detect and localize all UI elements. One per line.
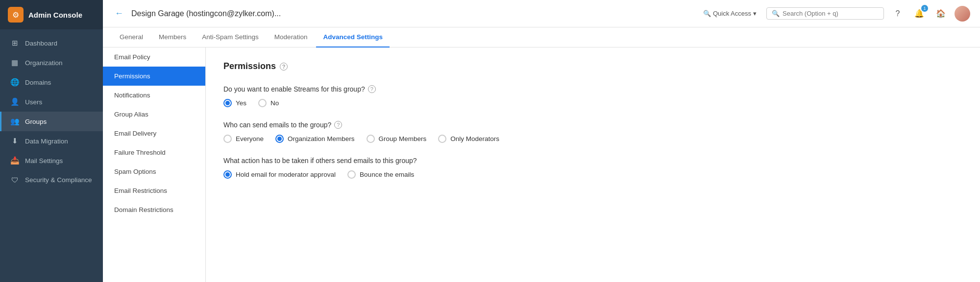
left-nav: Email Policy Permissions Notifications G… (103, 47, 206, 282)
streams-no-radio[interactable] (258, 99, 267, 107)
send-org-members-option[interactable]: Organization Members (275, 135, 355, 143)
sidebar-item-label: Data Migration (25, 138, 68, 145)
streams-radio-group: Yes No (223, 99, 962, 107)
action-radio-group: Hold email for moderator approval Bounce… (223, 170, 962, 179)
send-only-moderators-option[interactable]: Only Moderators (438, 135, 499, 143)
action-bounce-label: Bounce the emails (360, 171, 414, 178)
sidebar-item-dashboard[interactable]: ⊞ Dashboard (0, 33, 103, 53)
send-only-moderators-radio[interactable] (438, 135, 446, 143)
streams-yes-radio[interactable] (223, 99, 232, 107)
left-nav-notifications[interactable]: Notifications (103, 86, 205, 105)
sidebar-item-domains[interactable]: 🌐 Domains (0, 72, 103, 92)
send-org-members-radio[interactable] (275, 135, 284, 143)
left-nav-domain-restrictions[interactable]: Domain Restrictions (103, 200, 205, 219)
send-everyone-label: Everyone (236, 135, 264, 142)
page-title: Design Garage (hostingcon@zylker.com)... (131, 9, 693, 18)
streams-form-group: Do you want to enable Streams for this g… (223, 85, 962, 107)
notification-badge: 1 (921, 5, 928, 12)
streams-question: Do you want to enable Streams for this g… (223, 85, 962, 93)
topbar-right: 🔍 Quick Access ▾ 🔍 ? 🔔 1 🏠 (699, 6, 970, 22)
app-icon: ⚙ (8, 7, 24, 23)
send-emails-question: Who can send emails to the group? ? (223, 121, 962, 129)
streams-yes-option[interactable]: Yes (223, 99, 246, 107)
left-nav-spam-options[interactable]: Spam Options (103, 162, 205, 181)
sidebar-item-users[interactable]: 👤 Users (0, 92, 103, 112)
streams-no-label: No (270, 99, 279, 107)
users-icon: 👤 (10, 97, 19, 106)
send-emails-form-group: Who can send emails to the group? ? Ever… (223, 121, 962, 143)
panel-title: Permissions ? (223, 61, 962, 71)
action-hold-radio[interactable] (223, 170, 232, 179)
streams-help-icon[interactable]: ? (368, 85, 376, 93)
main-area: ← Design Garage (hostingcon@zylker.com).… (103, 0, 980, 282)
chevron-down-icon: ▾ (753, 10, 757, 17)
help-button[interactable]: ? (890, 6, 906, 22)
send-everyone-option[interactable]: Everyone (223, 135, 264, 143)
topbar: ← Design Garage (hostingcon@zylker.com).… (103, 0, 980, 27)
notification-button[interactable]: 🔔 1 (911, 6, 927, 22)
search-box[interactable]: 🔍 (766, 7, 884, 20)
tab-members[interactable]: Members (152, 27, 193, 47)
search-box-icon: 🔍 (772, 10, 780, 17)
action-question: What action has to be taken if others se… (223, 157, 962, 164)
user-avatar[interactable] (955, 6, 970, 22)
right-panel: Permissions ? Do you want to enable Stre… (206, 47, 980, 282)
sidebar-nav: ⊞ Dashboard ▦ Organization 🌐 Domains 👤 U… (0, 29, 103, 282)
send-org-members-label: Organization Members (288, 135, 355, 142)
action-hold-label: Hold email for moderator approval (236, 171, 336, 178)
sidebar-item-label: Users (25, 98, 42, 106)
left-nav-email-policy[interactable]: Email Policy (103, 47, 205, 67)
send-emails-help-icon[interactable]: ? (334, 121, 342, 129)
quick-access-label: Quick Access (713, 10, 751, 17)
home-icon: 🏠 (936, 9, 946, 18)
action-hold-option[interactable]: Hold email for moderator approval (223, 170, 336, 179)
sidebar-item-groups[interactable]: 👥 Groups (0, 112, 103, 131)
avatar-image (955, 6, 970, 22)
action-bounce-option[interactable]: Bounce the emails (347, 170, 414, 179)
tab-general[interactable]: General (113, 27, 150, 47)
sidebar-item-label: Dashboard (25, 40, 57, 47)
send-group-members-label: Group Members (379, 135, 427, 142)
send-everyone-radio[interactable] (223, 135, 232, 143)
sidebar-item-label: Mail Settings (25, 157, 63, 164)
help-icon: ? (896, 9, 900, 18)
left-nav-email-delivery[interactable]: Email Delivery (103, 124, 205, 143)
sidebar-item-mail-settings[interactable]: 📥 Mail Settings (0, 151, 103, 170)
left-nav-failure-threshold[interactable]: Failure Threshold (103, 143, 205, 162)
send-only-moderators-label: Only Moderators (450, 135, 499, 142)
domains-icon: 🌐 (10, 78, 19, 87)
sidebar-item-label: Organization (25, 59, 63, 67)
search-input[interactable] (783, 10, 879, 17)
send-group-members-radio[interactable] (367, 135, 375, 143)
security-icon: 🛡 (10, 176, 19, 184)
tab-anti-spam[interactable]: Anti-Spam Settings (195, 27, 266, 47)
sidebar-item-label: Groups (25, 118, 47, 125)
sidebar-item-data-migration[interactable]: ⬇ Data Migration (0, 131, 103, 151)
back-button[interactable]: ← (113, 6, 125, 21)
left-nav-group-alias[interactable]: Group Alias (103, 105, 205, 124)
action-bounce-radio[interactable] (347, 170, 356, 179)
quick-access-button[interactable]: 🔍 Quick Access ▾ (699, 8, 760, 19)
sidebar-item-label: Security & Compliance (25, 176, 92, 184)
search-icon: 🔍 (703, 10, 711, 17)
send-group-members-option[interactable]: Group Members (367, 135, 427, 143)
sidebar-item-organization[interactable]: ▦ Organization (0, 53, 103, 72)
tab-moderation[interactable]: Moderation (268, 27, 315, 47)
streams-no-option[interactable]: No (258, 99, 279, 107)
panel-help-icon[interactable]: ? (280, 63, 288, 70)
sidebar-header: ⚙ Admin Console (0, 0, 103, 29)
organization-icon: ▦ (10, 58, 19, 67)
sidebar-item-label: Domains (25, 79, 51, 86)
sidebar-item-security[interactable]: 🛡 Security & Compliance (0, 170, 103, 189)
home-button[interactable]: 🏠 (933, 6, 949, 22)
dashboard-icon: ⊞ (10, 39, 19, 47)
left-nav-email-restrictions[interactable]: Email Restrictions (103, 181, 205, 200)
streams-yes-label: Yes (236, 99, 246, 107)
action-form-group: What action has to be taken if others se… (223, 157, 962, 179)
sidebar: ⚙ Admin Console ⊞ Dashboard ▦ Organizati… (0, 0, 103, 282)
tab-advanced-settings[interactable]: Advanced Settings (316, 27, 390, 47)
left-nav-permissions[interactable]: Permissions (103, 67, 205, 86)
content-area: Email Policy Permissions Notifications G… (103, 47, 980, 282)
app-title: Admin Console (28, 11, 82, 19)
groups-icon: 👥 (10, 117, 19, 126)
